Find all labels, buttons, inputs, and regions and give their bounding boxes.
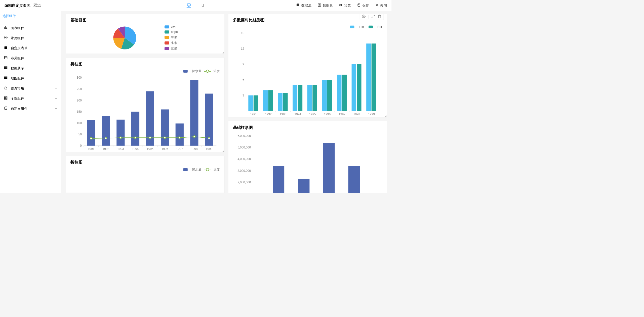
- panel-combo-1[interactable]: 折柱图 降水量 温度 05010015020025030019911992199…: [66, 58, 224, 152]
- sidebar-tabs: 选择组件: [3, 14, 59, 21]
- sidebar: 选择组件 图表组件+常用组件+自定义表单+布局组件+数据展示+地图组件+首页常用…: [0, 11, 61, 193]
- svg-text:150: 150: [77, 110, 82, 113]
- plus-icon[interactable]: +: [55, 76, 57, 80]
- desktop-icon[interactable]: [187, 3, 191, 8]
- svg-rect-6: [358, 4, 359, 4]
- multibar-legend: Lon Bor: [233, 25, 382, 29]
- panel-basicbar[interactable]: 基础柱形图 1,000,0002,000,0003,000,0004,000,0…: [228, 121, 387, 193]
- plus-icon[interactable]: +: [55, 26, 57, 30]
- svg-text:1,000,000: 1,000,000: [237, 192, 251, 193]
- group-label: 布局组件: [11, 56, 24, 61]
- svg-text:5,000,000: 5,000,000: [237, 146, 251, 149]
- bar: [322, 80, 327, 111]
- resize-handle-icon[interactable]: [222, 149, 224, 152]
- trash-icon[interactable]: [378, 15, 382, 19]
- plus-icon[interactable]: +: [55, 46, 57, 50]
- dataset-button[interactable]: 数据集: [317, 3, 333, 8]
- pie-legend: vivooppo苹果小米三星: [165, 25, 178, 51]
- legend-item[interactable]: 三星: [165, 46, 178, 50]
- group-label: 个性组件: [11, 96, 24, 101]
- close-icon: [375, 3, 379, 8]
- mobile-icon[interactable]: [200, 3, 205, 8]
- svg-text:300: 300: [77, 76, 82, 79]
- tab-select-component[interactable]: 选择组件: [3, 14, 16, 20]
- plus-icon[interactable]: +: [55, 56, 57, 60]
- table-icon: [4, 66, 8, 71]
- svg-text:100: 100: [77, 121, 82, 125]
- action-label: 关闭: [380, 3, 387, 8]
- legend-label-lon: Lon: [359, 25, 364, 29]
- svg-text:250: 250: [77, 87, 82, 91]
- svg-text:1999: 1999: [206, 147, 213, 151]
- action-label: 数据源: [301, 3, 311, 8]
- sidebar-group-2[interactable]: 自定义表单+: [3, 43, 59, 53]
- sidebar-group-3[interactable]: 布局组件+: [3, 53, 59, 63]
- sidebar-group-4[interactable]: 数据展示+: [3, 63, 59, 73]
- panel-title: 折柱图: [70, 160, 220, 165]
- bar: [116, 120, 125, 146]
- datasource-button[interactable]: 数据源: [296, 3, 311, 8]
- panel-pie[interactable]: 基础饼图 vivooppo苹果小米三星: [66, 14, 224, 54]
- sidebar-group-8[interactable]: 自定义组件+: [3, 103, 59, 114]
- bar: [273, 166, 284, 193]
- save-button[interactable]: 保存: [357, 3, 369, 8]
- svg-rect-11: [5, 77, 7, 79]
- expand-icon[interactable]: [371, 15, 375, 19]
- legend-item[interactable]: 小米: [165, 41, 178, 45]
- svg-text:1994: 1994: [132, 147, 139, 151]
- panel-title: 基础饼图: [70, 17, 220, 23]
- resize-handle-icon[interactable]: [222, 51, 224, 54]
- bar: [161, 109, 169, 145]
- svg-text:2,000,000: 2,000,000: [237, 181, 251, 184]
- svg-point-45: [120, 137, 122, 139]
- svg-rect-5: [358, 4, 360, 6]
- bar: [283, 93, 288, 111]
- svg-text:0: 0: [80, 144, 82, 147]
- bar: [176, 123, 184, 145]
- legend-label-bor: Bor: [377, 25, 382, 29]
- legend-marker-line: [206, 168, 209, 171]
- svg-text:1996: 1996: [324, 113, 331, 116]
- canvas[interactable]: 基础饼图 vivooppo苹果小米三星 折柱图 降水量 温度 050100150…: [61, 11, 391, 193]
- sidebar-group-5[interactable]: 地图组件+: [3, 73, 59, 83]
- panel-multibar[interactable]: 多数据对比柱形图 Lon Bor 36912151991199219931994…: [228, 14, 387, 117]
- pie-chart: [112, 26, 137, 50]
- panel-title: 折柱图: [70, 61, 220, 67]
- plus-icon[interactable]: +: [55, 96, 57, 100]
- plus-icon[interactable]: +: [55, 86, 57, 90]
- panel-combo-2[interactable]: 折柱图 降水量 温度: [66, 156, 224, 193]
- separator: [369, 15, 369, 19]
- legend-item[interactable]: oppo: [165, 30, 178, 34]
- legend-label-bar: 降水量: [192, 69, 201, 73]
- bar: [372, 43, 376, 111]
- topbar: 编辑自定义页面: 双11 数据源数据集预览保存关闭: [0, 0, 391, 11]
- sidebar-group-7[interactable]: 个性组件+: [3, 93, 59, 103]
- svg-text:15: 15: [241, 31, 245, 35]
- sidebar-group-1[interactable]: 常用组件+: [3, 33, 59, 43]
- plus-icon[interactable]: +: [55, 66, 57, 70]
- legend-item[interactable]: vivo: [165, 25, 178, 29]
- sidebar-group-6[interactable]: 首页常用+: [3, 83, 59, 93]
- legend-marker-line: [206, 70, 209, 73]
- sidebar-group-0[interactable]: 图表组件+: [3, 23, 59, 33]
- svg-rect-15: [6, 98, 7, 99]
- basicbar-chart: 1,000,0002,000,0003,000,0004,000,0005,00…: [233, 133, 382, 193]
- action-label: 预览: [344, 3, 351, 8]
- resize-handle-icon[interactable]: [384, 114, 387, 117]
- database-icon: [296, 3, 300, 8]
- legend-item[interactable]: 苹果: [165, 35, 178, 39]
- bar: [249, 95, 253, 111]
- legend-label: oppo: [171, 30, 178, 34]
- page-name-input[interactable]: 双11: [33, 3, 41, 8]
- plus-icon[interactable]: +: [55, 107, 57, 111]
- legend-label-bar: 降水量: [192, 167, 201, 171]
- gear-icon[interactable]: [362, 15, 366, 19]
- legend-swatch: [165, 41, 169, 44]
- svg-point-48: [164, 137, 166, 139]
- legend-swatch-bor: [369, 25, 373, 28]
- bar: [323, 143, 335, 193]
- plus-icon[interactable]: +: [55, 36, 57, 40]
- close-button[interactable]: 关闭: [375, 3, 387, 8]
- preview-button[interactable]: 预览: [339, 3, 351, 8]
- bar: [337, 75, 342, 111]
